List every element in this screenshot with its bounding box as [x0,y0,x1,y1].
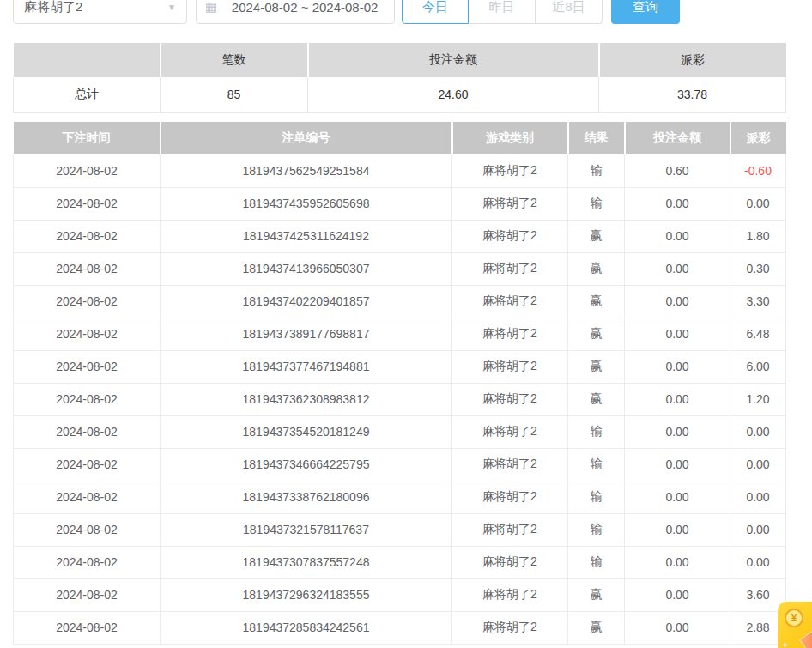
game-select[interactable]: 麻将胡了2 ▼ [13,0,187,24]
payout-cell: 3.30 [730,285,786,318]
payout-cell: 0.00 [730,187,786,220]
game-type-cell: 麻将胡了2 [452,154,568,187]
quick-date-button-group: 今日 昨日 近8日 [402,0,603,24]
bet-time-cell: 2024-08-02 [14,448,161,481]
game-select-value: 麻将胡了2 [24,0,82,15]
bet-amount-cell: 0.00 [625,448,730,481]
bet-time-cell: 2024-08-02 [14,154,161,187]
result-cell: 输 [568,546,625,578]
order-id-cell: 1819437402209401857 [161,285,452,318]
result-cell: 输 [568,187,625,220]
bet-time-cell: 2024-08-02 [14,187,161,220]
game-type-cell: 麻将胡了2 [452,611,568,644]
game-type-cell: 麻将胡了2 [452,220,568,252]
payout-cell: 1.20 [730,383,786,415]
bet-time-cell: 2024-08-02 [14,546,161,578]
result-cell: 输 [568,513,625,546]
payout-cell: 0.00 [730,513,786,546]
sparkle-icon: ✦ [782,641,789,648]
order-id-cell: 1819437435952605698 [161,187,452,220]
promo-red-packet-widget[interactable]: ¥ ✦ [778,602,812,648]
bet-amount-cell: 0.00 [625,481,730,513]
payout-cell: -0.60 [730,154,786,187]
total-count: 85 [161,77,308,112]
yesterday-button[interactable]: 昨日 [469,0,536,24]
bet-time-cell: 2024-08-02 [14,220,161,252]
bet-amount-cell: 0.00 [625,187,730,220]
table-row: 2024-08-021819437296324183555麻将胡了2赢0.003… [14,578,786,611]
table-row: 2024-08-021819437435952605698麻将胡了2输0.000… [14,187,786,220]
game-type-cell: 麻将胡了2 [452,481,568,513]
table-row: 2024-08-021819437338762180096麻将胡了2输0.000… [14,481,786,513]
order-id-cell: 1819437377467194881 [161,350,452,383]
bet-table-body: 2024-08-021819437562549251584麻将胡了2输0.60-… [14,154,786,644]
payout-cell: 0.30 [730,252,786,285]
order-id-cell: 1819437354520181249 [161,415,452,448]
table-row: 2024-08-021819437402209401857麻将胡了2赢0.003… [14,285,786,318]
result-cell: 输 [568,448,625,481]
betting-records-page: 麻将胡了2 ▼ ▦ 2024-08-02 ~ 2024-08-02 今日 昨日 … [0,0,812,648]
bet-amount-cell: 0.00 [625,513,730,546]
header-order-id: 注单编号 [161,122,452,154]
bet-time-cell: 2024-08-02 [14,415,161,448]
order-id-cell: 1819437346664225795 [161,448,452,481]
result-cell: 输 [568,481,625,513]
header-bet-amount: 投注金额 [625,122,730,154]
total-bet-amount: 24.60 [308,77,599,112]
result-cell: 赢 [568,578,625,611]
filter-bar: 麻将胡了2 ▼ ▦ 2024-08-02 ~ 2024-08-02 今日 昨日 … [0,0,812,25]
date-range-value: 2024-08-02 ~ 2024-08-02 [224,0,385,15]
total-label: 总计 [14,77,161,112]
table-row: 2024-08-021819437562549251584麻将胡了2输0.60-… [14,154,786,187]
order-id-cell: 1819437389177698817 [161,318,452,350]
bet-time-cell: 2024-08-02 [14,285,161,318]
payout-cell: 0.00 [730,415,786,448]
bet-amount-cell: 0.00 [625,415,730,448]
order-id-cell: 1819437338762180096 [161,481,452,513]
total-payout: 33.78 [599,77,786,112]
order-id-cell: 1819437413966050307 [161,252,452,285]
payout-cell: 6.48 [730,318,786,350]
last-8-days-button[interactable]: 近8日 [536,0,603,24]
header-bet-time: 下注时间 [14,122,161,154]
game-type-cell: 麻将胡了2 [452,187,568,220]
payout-cell: 6.00 [730,350,786,383]
header-game-type: 游戏类别 [452,122,568,154]
bet-amount-cell: 0.00 [625,318,730,350]
bet-amount-cell: 0.00 [625,546,730,578]
result-cell: 赢 [568,383,625,415]
bet-records-table: 下注时间 注单编号 游戏类别 结果 投注金额 派彩 2024-08-021819… [13,122,785,645]
table-row: 2024-08-021819437413966050307麻将胡了2赢0.000… [14,252,786,285]
game-type-cell: 麻将胡了2 [452,546,568,578]
bet-time-cell: 2024-08-02 [14,578,161,611]
red-envelope-icon [799,625,812,648]
payout-cell: 0.00 [730,481,786,513]
bet-table-header-row: 下注时间 注单编号 游戏类别 结果 投注金额 派彩 [14,122,786,154]
date-range-picker[interactable]: ▦ 2024-08-02 ~ 2024-08-02 [196,0,395,24]
summary-header-blank [14,43,161,77]
bet-amount-cell: 0.00 [625,220,730,252]
calendar-icon: ▦ [205,0,217,15]
table-row: 2024-08-021819437389177698817麻将胡了2赢0.006… [14,318,786,350]
table-row: 2024-08-021819437285834242561麻将胡了2赢0.002… [14,611,786,644]
order-id-cell: 1819437362308983812 [161,383,452,415]
result-cell: 赢 [568,252,625,285]
summary-total-row: 总计 85 24.60 33.78 [14,77,786,112]
game-type-cell: 麻将胡了2 [452,285,568,318]
result-cell: 赢 [568,611,625,644]
order-id-cell: 1819437562549251584 [161,154,452,187]
result-cell: 输 [568,415,625,448]
result-cell: 赢 [568,318,625,350]
result-cell: 赢 [568,350,625,383]
gold-coin-icon: ¥ [785,609,803,627]
bet-time-cell: 2024-08-02 [14,383,161,415]
bet-time-cell: 2024-08-02 [14,481,161,513]
today-button[interactable]: 今日 [402,0,469,24]
order-id-cell: 1819437307837557248 [161,546,452,578]
summary-table: 笔数 投注金额 派彩 总计 85 24.60 33.78 [13,43,785,113]
game-type-cell: 麻将胡了2 [452,350,568,383]
table-row: 2024-08-021819437377467194881麻将胡了2赢0.006… [14,350,786,383]
search-button[interactable]: 查询 [611,0,680,24]
bet-amount-cell: 0.60 [625,154,730,187]
table-row: 2024-08-021819437354520181249麻将胡了2输0.000… [14,415,786,448]
